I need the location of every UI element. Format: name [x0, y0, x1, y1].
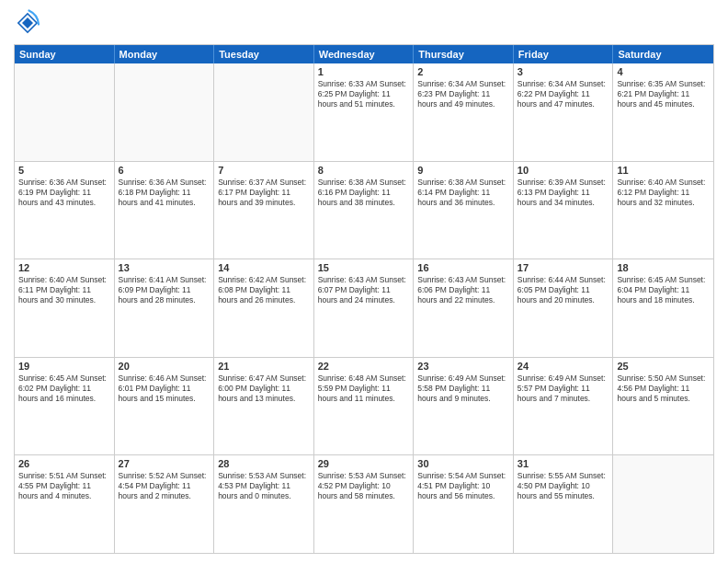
day-cell-3: 3Sunrise: 6:34 AM Sunset: 6:22 PM Daylig…: [514, 63, 614, 161]
day-number: 13: [119, 262, 210, 273]
day-number: 2: [417, 66, 509, 77]
day-cell-19: 19Sunrise: 6:45 AM Sunset: 6:02 PM Dayli…: [15, 358, 115, 455]
header-day-friday: Friday: [514, 45, 614, 63]
day-cell-28: 28Sunrise: 5:53 AM Sunset: 4:53 PM Dayli…: [214, 455, 314, 553]
cell-info: Sunrise: 6:48 AM Sunset: 5:59 PM Dayligh…: [318, 373, 410, 404]
cell-info: Sunrise: 6:47 AM Sunset: 6:00 PM Dayligh…: [218, 373, 310, 404]
cell-info: Sunrise: 6:38 AM Sunset: 6:14 PM Dayligh…: [417, 178, 509, 208]
day-number: 8: [318, 165, 410, 176]
cell-info: Sunrise: 5:52 AM Sunset: 4:54 PM Dayligh…: [119, 471, 210, 501]
calendar: SundayMondayTuesdayWednesdayThursdayFrid…: [14, 44, 714, 554]
cell-info: Sunrise: 5:53 AM Sunset: 4:53 PM Dayligh…: [218, 471, 310, 501]
day-number: 4: [617, 66, 710, 77]
cell-info: Sunrise: 5:51 AM Sunset: 4:55 PM Dayligh…: [18, 471, 110, 501]
day-number: 5: [18, 165, 110, 176]
day-cell-20: 20Sunrise: 6:46 AM Sunset: 6:01 PM Dayli…: [115, 358, 215, 455]
cell-info: Sunrise: 6:36 AM Sunset: 6:19 PM Dayligh…: [18, 178, 110, 208]
day-cell-29: 29Sunrise: 5:53 AM Sunset: 4:52 PM Dayli…: [314, 455, 415, 553]
day-number: 10: [518, 165, 609, 176]
header: [14, 9, 714, 37]
day-number: 26: [18, 458, 110, 469]
logo-icon: [14, 9, 41, 37]
cell-info: Sunrise: 6:40 AM Sunset: 6:12 PM Dayligh…: [617, 178, 710, 208]
empty-cell: [613, 455, 713, 553]
day-cell-11: 11Sunrise: 6:40 AM Sunset: 6:12 PM Dayli…: [613, 162, 713, 259]
header-day-sunday: Sunday: [15, 45, 115, 63]
cell-info: Sunrise: 6:44 AM Sunset: 6:05 PM Dayligh…: [518, 275, 609, 305]
cell-info: Sunrise: 5:53 AM Sunset: 4:52 PM Dayligh…: [318, 471, 410, 501]
day-number: 16: [417, 262, 509, 273]
header-day-wednesday: Wednesday: [314, 45, 415, 63]
day-cell-6: 6Sunrise: 6:36 AM Sunset: 6:18 PM Daylig…: [115, 162, 215, 259]
cell-info: Sunrise: 6:43 AM Sunset: 6:07 PM Dayligh…: [318, 275, 410, 305]
cell-info: Sunrise: 6:38 AM Sunset: 6:16 PM Dayligh…: [318, 178, 410, 208]
day-number: 14: [218, 262, 310, 273]
day-cell-30: 30Sunrise: 5:54 AM Sunset: 4:51 PM Dayli…: [414, 455, 514, 553]
empty-cell: [214, 63, 314, 161]
day-number: 19: [18, 361, 110, 372]
day-number: 1: [318, 66, 410, 77]
day-cell-13: 13Sunrise: 6:41 AM Sunset: 6:09 PM Dayli…: [115, 259, 215, 357]
day-cell-7: 7Sunrise: 6:37 AM Sunset: 6:17 PM Daylig…: [214, 162, 314, 259]
day-cell-23: 23Sunrise: 6:49 AM Sunset: 5:58 PM Dayli…: [414, 358, 514, 455]
cell-info: Sunrise: 6:37 AM Sunset: 6:17 PM Dayligh…: [218, 178, 310, 208]
calendar-row-1: 5Sunrise: 6:36 AM Sunset: 6:19 PM Daylig…: [15, 161, 713, 259]
day-number: 18: [617, 262, 710, 273]
cell-info: Sunrise: 6:36 AM Sunset: 6:18 PM Dayligh…: [119, 178, 210, 208]
cell-info: Sunrise: 6:43 AM Sunset: 6:06 PM Dayligh…: [417, 275, 509, 305]
cell-info: Sunrise: 6:39 AM Sunset: 6:13 PM Dayligh…: [518, 178, 609, 208]
day-cell-22: 22Sunrise: 6:48 AM Sunset: 5:59 PM Dayli…: [314, 358, 415, 455]
day-cell-14: 14Sunrise: 6:42 AM Sunset: 6:08 PM Dayli…: [214, 259, 314, 357]
day-cell-5: 5Sunrise: 6:36 AM Sunset: 6:19 PM Daylig…: [15, 162, 115, 259]
day-number: 31: [518, 458, 609, 469]
day-cell-31: 31Sunrise: 5:55 AM Sunset: 4:50 PM Dayli…: [514, 455, 614, 553]
cell-info: Sunrise: 5:55 AM Sunset: 4:50 PM Dayligh…: [518, 471, 609, 501]
cell-info: Sunrise: 6:42 AM Sunset: 6:08 PM Dayligh…: [218, 275, 310, 305]
day-cell-24: 24Sunrise: 6:49 AM Sunset: 5:57 PM Dayli…: [514, 358, 614, 455]
cell-info: Sunrise: 6:46 AM Sunset: 6:01 PM Dayligh…: [119, 373, 210, 404]
day-number: 6: [119, 165, 210, 176]
cell-info: Sunrise: 6:33 AM Sunset: 6:25 PM Dayligh…: [318, 79, 410, 109]
day-cell-17: 17Sunrise: 6:44 AM Sunset: 6:05 PM Dayli…: [514, 259, 614, 357]
day-cell-27: 27Sunrise: 5:52 AM Sunset: 4:54 PM Dayli…: [115, 455, 215, 553]
cell-info: Sunrise: 6:49 AM Sunset: 5:57 PM Dayligh…: [518, 373, 609, 404]
day-number: 7: [218, 165, 310, 176]
day-cell-12: 12Sunrise: 6:40 AM Sunset: 6:11 PM Dayli…: [15, 259, 115, 357]
day-number: 11: [617, 165, 710, 176]
day-cell-26: 26Sunrise: 5:51 AM Sunset: 4:55 PM Dayli…: [15, 455, 115, 553]
day-cell-15: 15Sunrise: 6:43 AM Sunset: 6:07 PM Dayli…: [314, 259, 415, 357]
cell-info: Sunrise: 6:45 AM Sunset: 6:02 PM Dayligh…: [18, 373, 110, 404]
day-number: 24: [518, 361, 609, 372]
day-number: 29: [318, 458, 410, 469]
day-number: 25: [617, 361, 710, 372]
cell-info: Sunrise: 6:45 AM Sunset: 6:04 PM Dayligh…: [617, 275, 710, 305]
day-cell-2: 2Sunrise: 6:34 AM Sunset: 6:23 PM Daylig…: [414, 63, 514, 161]
day-number: 27: [119, 458, 210, 469]
calendar-row-2: 12Sunrise: 6:40 AM Sunset: 6:11 PM Dayli…: [15, 259, 713, 357]
day-cell-8: 8Sunrise: 6:38 AM Sunset: 6:16 PM Daylig…: [314, 162, 415, 259]
header-day-thursday: Thursday: [414, 45, 514, 63]
day-cell-18: 18Sunrise: 6:45 AM Sunset: 6:04 PM Dayli…: [613, 259, 713, 357]
cell-info: Sunrise: 6:41 AM Sunset: 6:09 PM Dayligh…: [119, 275, 210, 305]
day-cell-4: 4Sunrise: 6:35 AM Sunset: 6:21 PM Daylig…: [613, 63, 713, 161]
day-number: 22: [318, 361, 410, 372]
day-cell-1: 1Sunrise: 6:33 AM Sunset: 6:25 PM Daylig…: [314, 63, 415, 161]
empty-cell: [15, 63, 115, 161]
calendar-body: 1Sunrise: 6:33 AM Sunset: 6:25 PM Daylig…: [15, 63, 713, 553]
day-number: 20: [119, 361, 210, 372]
day-cell-25: 25Sunrise: 5:50 AM Sunset: 4:56 PM Dayli…: [613, 358, 713, 455]
calendar-row-3: 19Sunrise: 6:45 AM Sunset: 6:02 PM Dayli…: [15, 357, 713, 455]
day-number: 17: [518, 262, 609, 273]
header-day-saturday: Saturday: [613, 45, 713, 63]
day-number: 15: [318, 262, 410, 273]
cell-info: Sunrise: 6:40 AM Sunset: 6:11 PM Dayligh…: [18, 275, 110, 305]
day-cell-16: 16Sunrise: 6:43 AM Sunset: 6:06 PM Dayli…: [414, 259, 514, 357]
calendar-header: SundayMondayTuesdayWednesdayThursdayFrid…: [15, 45, 713, 63]
empty-cell: [115, 63, 215, 161]
header-day-monday: Monday: [115, 45, 215, 63]
day-cell-21: 21Sunrise: 6:47 AM Sunset: 6:00 PM Dayli…: [214, 358, 314, 455]
day-number: 12: [18, 262, 110, 273]
logo: [14, 9, 45, 37]
cell-info: Sunrise: 5:50 AM Sunset: 4:56 PM Dayligh…: [617, 373, 710, 404]
cell-info: Sunrise: 5:54 AM Sunset: 4:51 PM Dayligh…: [417, 471, 509, 501]
